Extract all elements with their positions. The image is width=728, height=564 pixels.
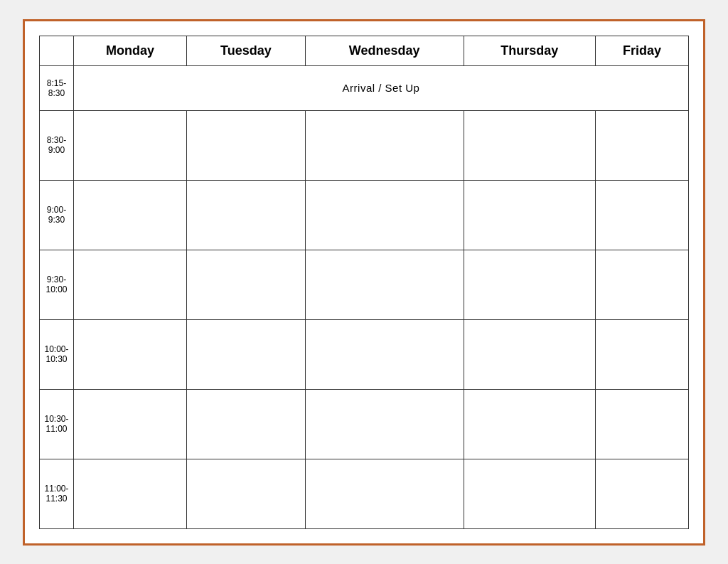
cell-wed-1 [305,110,464,180]
cell-tue-2 [187,180,306,250]
header-thursday: Thursday [464,36,595,65]
time-slot-1: 8:30-9:00 [40,110,74,180]
cell-tue-4 [187,319,306,389]
cell-mon-5 [74,389,187,459]
time-row-5: 10:30-11:00 [40,389,689,459]
time-slot-4: 10:00-10:30 [40,319,74,389]
header-friday: Friday [596,36,689,65]
time-row-3: 9:30-10:00 [40,250,689,319]
time-slot-3: 9:30-10:00 [40,250,74,319]
cell-tue-3 [187,250,306,319]
time-row-6: 11:00-11:30 [40,459,689,528]
page-wrapper: Monday Tuesday Wednesday Thursday Friday… [23,19,705,546]
time-slot-0: 8:15-8:30 [40,65,74,110]
cell-fri-4 [596,319,689,389]
time-row-1: 8:30-9:00 [40,110,689,180]
header-time-col [40,36,74,65]
time-slot-2: 9:00-9:30 [40,180,74,250]
cell-mon-3 [74,250,187,319]
cell-tue-5 [187,389,306,459]
cell-thu-6 [464,459,595,528]
cell-fri-1 [596,110,689,180]
cell-thu-1 [464,110,595,180]
arrival-row: 8:15-8:30 Arrival / Set Up [40,65,689,110]
cell-thu-5 [464,389,595,459]
cell-wed-6 [305,459,464,528]
header-row: Monday Tuesday Wednesday Thursday Friday [40,36,689,65]
cell-thu-3 [464,250,595,319]
time-row-2: 9:00-9:30 [40,180,689,250]
header-wednesday: Wednesday [305,36,464,65]
time-slot-6: 11:00-11:30 [40,459,74,528]
cell-thu-2 [464,180,595,250]
cell-thu-4 [464,319,595,389]
schedule-table: Monday Tuesday Wednesday Thursday Friday… [39,36,689,529]
cell-mon-1 [74,110,187,180]
cell-wed-4 [305,319,464,389]
time-slot-5: 10:30-11:00 [40,389,74,459]
cell-tue-1 [187,110,306,180]
cell-tue-6 [187,459,306,528]
cell-fri-2 [596,180,689,250]
cell-mon-2 [74,180,187,250]
time-row-4: 10:00-10:30 [40,319,689,389]
cell-mon-4 [74,319,187,389]
cell-wed-5 [305,389,464,459]
arrival-cell: Arrival / Set Up [74,65,689,110]
cell-fri-3 [596,250,689,319]
header-tuesday: Tuesday [187,36,306,65]
header-monday: Monday [74,36,187,65]
cell-fri-5 [596,389,689,459]
cell-fri-6 [596,459,689,528]
cell-wed-3 [305,250,464,319]
cell-mon-6 [74,459,187,528]
cell-wed-2 [305,180,464,250]
